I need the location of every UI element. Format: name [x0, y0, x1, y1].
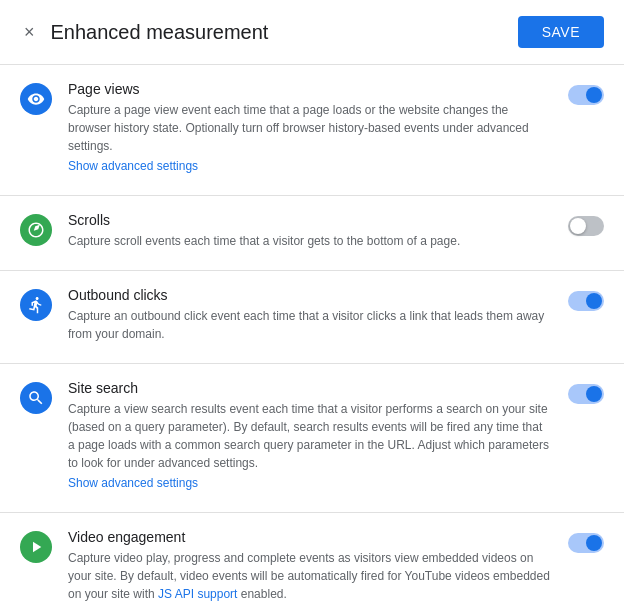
item-title: Page views: [68, 81, 552, 97]
save-button[interactable]: SAVE: [518, 16, 604, 48]
toggle-switch[interactable]: [568, 85, 604, 105]
toggle-container[interactable]: [568, 380, 604, 404]
close-button[interactable]: ×: [20, 19, 39, 45]
item-desc-before: Capture video play, progress and complet…: [68, 551, 550, 601]
toggle-switch[interactable]: [568, 216, 604, 236]
toggle-switch[interactable]: [568, 533, 604, 553]
item-outbound-clicks: Outbound clicks Capture an outbound clic…: [0, 271, 624, 364]
toggle-container[interactable]: [568, 529, 604, 553]
compass-icon: [20, 214, 52, 246]
item-description: Capture scroll events each time that a v…: [68, 232, 552, 250]
content-area: Page views Capture a page view event eac…: [0, 65, 624, 604]
toggle-switch[interactable]: [568, 384, 604, 404]
show-advanced-button[interactable]: Show advanced settings: [68, 476, 198, 490]
item-video-engagement: Video engagement Capture video play, pro…: [0, 513, 624, 604]
js-api-link[interactable]: JS API support: [158, 587, 237, 601]
toggle-container[interactable]: [568, 81, 604, 105]
toggle-container[interactable]: [568, 287, 604, 311]
item-description: Capture video play, progress and complet…: [68, 549, 552, 603]
item-scrolls: Scrolls Capture scroll events each time …: [0, 196, 624, 271]
item-desc: Capture scroll events each time that a v…: [68, 234, 460, 248]
toggle-slider: [568, 85, 604, 105]
item-description: Capture an outbound click event each tim…: [68, 307, 552, 343]
item-title: Scrolls: [68, 212, 552, 228]
item-body: Site search Capture a view search result…: [68, 380, 552, 496]
toggle-slider: [568, 216, 604, 236]
header-left: × Enhanced measurement: [20, 19, 268, 45]
search-icon: [20, 382, 52, 414]
cursor-icon: [20, 289, 52, 321]
page-header: × Enhanced measurement SAVE: [0, 0, 624, 65]
show-advanced-button[interactable]: Show advanced settings: [68, 159, 198, 173]
item-description: Capture a view search results event each…: [68, 400, 552, 492]
item-title: Outbound clicks: [68, 287, 552, 303]
toggle-switch[interactable]: [568, 291, 604, 311]
item-title: Site search: [68, 380, 552, 396]
item-page-views: Page views Capture a page view event eac…: [0, 65, 624, 196]
toggle-slider: [568, 384, 604, 404]
item-body: Video engagement Capture video play, pro…: [68, 529, 552, 604]
item-body: Page views Capture a page view event eac…: [68, 81, 552, 179]
item-description: Capture a page view event each time that…: [68, 101, 552, 175]
item-body: Outbound clicks Capture an outbound clic…: [68, 287, 552, 347]
item-site-search: Site search Capture a view search result…: [0, 364, 624, 513]
item-desc: Capture a view search results event each…: [68, 402, 549, 470]
page-title: Enhanced measurement: [51, 21, 269, 44]
item-body: Scrolls Capture scroll events each time …: [68, 212, 552, 254]
toggle-container[interactable]: [568, 212, 604, 236]
item-title: Video engagement: [68, 529, 552, 545]
item-desc: Capture a page view event each time that…: [68, 103, 529, 153]
item-desc: Capture an outbound click event each tim…: [68, 309, 544, 341]
play-icon: [20, 531, 52, 563]
toggle-slider: [568, 533, 604, 553]
toggle-slider: [568, 291, 604, 311]
eye-icon: [20, 83, 52, 115]
item-desc-after: enabled.: [237, 587, 286, 601]
